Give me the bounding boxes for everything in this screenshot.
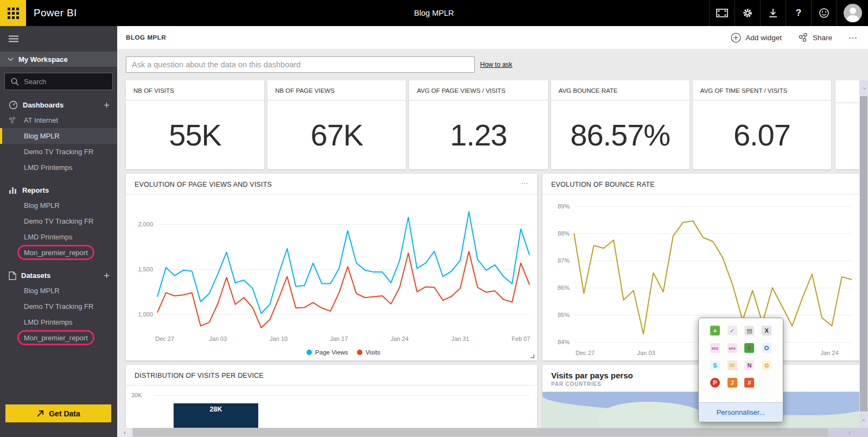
fullscreen-icon[interactable]	[709, 0, 735, 26]
scrollbar-corner	[859, 428, 868, 437]
kpi-card-nb-pageviews[interactable]: NB OF PAGE VIEWS 67K	[267, 80, 406, 169]
scroll-down-arrow[interactable]: ‹	[859, 413, 868, 428]
share-icon	[798, 33, 808, 42]
y-axis-tick: 85%	[545, 312, 570, 318]
ask-question-input[interactable]	[126, 56, 475, 73]
sidebar-item-demo-tv-dataset[interactable]: Demo TV Tracking FR	[0, 299, 117, 314]
powerbi-logo: Power BI	[34, 7, 77, 19]
gridline	[154, 395, 529, 396]
tray-icon-divx[interactable]: X	[762, 326, 771, 335]
plot-area: 1,0001,5002,000	[157, 202, 529, 332]
y-axis-tick: 30K	[131, 392, 142, 398]
sidebar-item-blog-mplr-dataset[interactable]: Blog MPLR	[0, 283, 117, 299]
add-dashboard-button[interactable]: +	[104, 100, 110, 110]
resize-handle[interactable]	[531, 354, 534, 358]
user-avatar[interactable]	[837, 0, 868, 26]
add-widget-button[interactable]: Add widget	[731, 33, 782, 43]
sidebar-item-lmd-dataset[interactable]: LMD Printemps	[0, 314, 117, 330]
kpi-value: 55K	[126, 100, 264, 169]
shared-with-me-icon	[8, 116, 16, 124]
tray-icon-skype[interactable]: S	[710, 360, 720, 370]
tray-icon-display[interactable]: ▤	[744, 326, 754, 335]
section-reports[interactable]: Reports	[0, 183, 117, 198]
tray-icon-pinnacle[interactable]: P	[710, 378, 720, 388]
kpi-title: AVG BOUNCE RATE	[551, 80, 690, 100]
kpi-title: AVG OF TIME SPENT / VISITS	[693, 80, 831, 100]
tray-icon-sync-error[interactable]: ✕	[744, 343, 754, 353]
tray-icon-java[interactable]: J	[727, 378, 737, 388]
left-nav-sidebar: My Workspace Search Dashboards + AT Inte…	[0, 26, 117, 437]
x-axis-tick: Jan 03	[637, 350, 655, 356]
kpi-card-nb-visits[interactable]: NB OF VISITS 55K	[126, 80, 264, 169]
tray-icon-flower[interactable]: ✿	[762, 360, 771, 370]
x-axis-tick: Jan 10	[270, 335, 288, 342]
tray-icon-ocs-1[interactable]: ocs	[710, 343, 720, 353]
topbar-icon-group: ?	[709, 0, 868, 26]
y-axis-tick: 89%	[545, 203, 570, 210]
sidebar-item-blog-mplr-dashboard[interactable]: Blog MPLR	[0, 128, 117, 144]
tile-title: EVOLUTION OF PAGE VIEWS AND VISITS	[135, 181, 272, 188]
vertical-scrollbar[interactable]: ‹ ‹	[859, 80, 868, 428]
kpi-card-partial[interactable]	[835, 80, 859, 169]
y-axis-tick: 84%	[545, 339, 570, 345]
tray-icon-green-plus[interactable]: +	[710, 326, 720, 335]
sidebar-item-at-internet[interactable]: AT Internet	[0, 112, 117, 128]
x-axis-tick: Jan 24	[391, 335, 409, 342]
get-data-button[interactable]: Get Data	[5, 404, 111, 422]
x-axis-tick: Jan 24	[821, 350, 839, 356]
sidebar-item-demo-tv-dashboard[interactable]: Demo TV Tracking FR	[0, 144, 117, 160]
bar-desktop[interactable]: 28K	[174, 403, 258, 428]
kpi-card-avg-bounce-rate[interactable]: AVG BOUNCE RATE 86.57%	[551, 80, 690, 169]
vertical-scroll-thumb[interactable]	[860, 96, 867, 411]
section-dashboards[interactable]: Dashboards +	[0, 98, 117, 112]
help-icon[interactable]: ?	[786, 0, 811, 26]
sidebar-item-mon-premier-dataset[interactable]: Mon_premier_report	[0, 330, 117, 346]
sidebar-item-mon-premier-report[interactable]: Mon_premier_report	[0, 245, 117, 261]
kpi-card-avg-time-spent[interactable]: AVG OF TIME SPENT / VISITS 6.07	[693, 80, 831, 169]
settings-gear-icon[interactable]	[735, 0, 760, 26]
download-icon[interactable]	[760, 0, 786, 26]
section-datasets[interactable]: Datasets +	[0, 268, 117, 283]
how-to-ask-link[interactable]: How to ask	[480, 61, 512, 68]
tray-icon-mail[interactable]: ✉	[727, 360, 737, 370]
x-axis-tick: Jan 31	[451, 335, 469, 342]
share-button[interactable]: Share	[798, 33, 832, 42]
scroll-right-arrow[interactable]: ›	[844, 428, 855, 437]
tile-evolution-pageviews-visits[interactable]: EVOLUTION OF PAGE VIEWS AND VISITS ⋯ 1,0…	[126, 174, 537, 360]
tray-icon-snip[interactable]: #	[744, 378, 754, 388]
sidebar-item-demo-tv-report[interactable]: Demo TV Tracking FR	[0, 213, 117, 229]
personalize-link[interactable]: Personnaliser...	[717, 408, 765, 416]
qna-section: How to ask	[117, 49, 868, 80]
horizontal-scroll-thumb[interactable]	[133, 428, 828, 436]
hamburger-menu-icon[interactable]	[0, 26, 117, 52]
tray-personalize-bar: Personnaliser...	[699, 402, 783, 422]
scroll-left-arrow[interactable]: ‹	[117, 428, 132, 437]
feedback-smiley-icon[interactable]	[811, 0, 837, 26]
scroll-up-arrow[interactable]: ‹	[859, 80, 868, 96]
add-dataset-button[interactable]: +	[104, 270, 110, 281]
dashboard-title: BLOG MPLR	[126, 34, 166, 41]
kpi-title: AVG OF PAGE VIEWS / VISITS	[409, 80, 547, 100]
tray-icon-ocs-2[interactable]: ocs	[727, 343, 737, 353]
sidebar-item-lmd-report[interactable]: LMD Printemps	[0, 229, 117, 245]
system-tray-popup: +✓▤Xocsocs✕OS✉N✿PJ# Personnaliser...	[698, 318, 783, 422]
tile-distribution-visits-device[interactable]: DISTRIBUTION OF VISITS PER DEVICE 30K 28…	[126, 365, 537, 428]
sidebar-search-input[interactable]: Search	[4, 73, 113, 90]
kpi-value: 67K	[267, 100, 406, 169]
sidebar-item-lmd-dashboard[interactable]: LMD Printemps	[0, 160, 117, 175]
sidebar-item-blog-mplr-report[interactable]: Blog MPLR	[0, 198, 117, 213]
more-options-icon[interactable]: ⋯	[848, 33, 858, 43]
tray-icon-grid: +✓▤Xocsocs✕OS✉N✿PJ#	[699, 318, 783, 388]
tile-menu-icon[interactable]: ⋯	[521, 181, 529, 185]
kpi-card-avg-pageviews-visits[interactable]: AVG OF PAGE VIEWS / VISITS 1.23	[409, 80, 547, 169]
dashboards-gauge-icon	[9, 100, 18, 110]
kpi-title: NB OF PAGE VIEWS	[267, 80, 406, 100]
line-chart-pageviews-visits: 1,0001,5002,000 Dec 27Jan 03Jan 10Jan 17…	[126, 194, 537, 360]
tray-icon-usb-eject[interactable]: ✓	[727, 326, 737, 335]
app-launcher-waffle-icon[interactable]	[0, 0, 26, 26]
search-placeholder: Search	[24, 78, 46, 86]
workspace-selector[interactable]: My Workspace	[0, 52, 117, 67]
horizontal-scrollbar[interactable]: ‹ ›	[117, 428, 859, 437]
tray-icon-onenote-clip[interactable]: N	[744, 360, 754, 370]
tray-icon-outlook[interactable]: O	[762, 343, 771, 353]
